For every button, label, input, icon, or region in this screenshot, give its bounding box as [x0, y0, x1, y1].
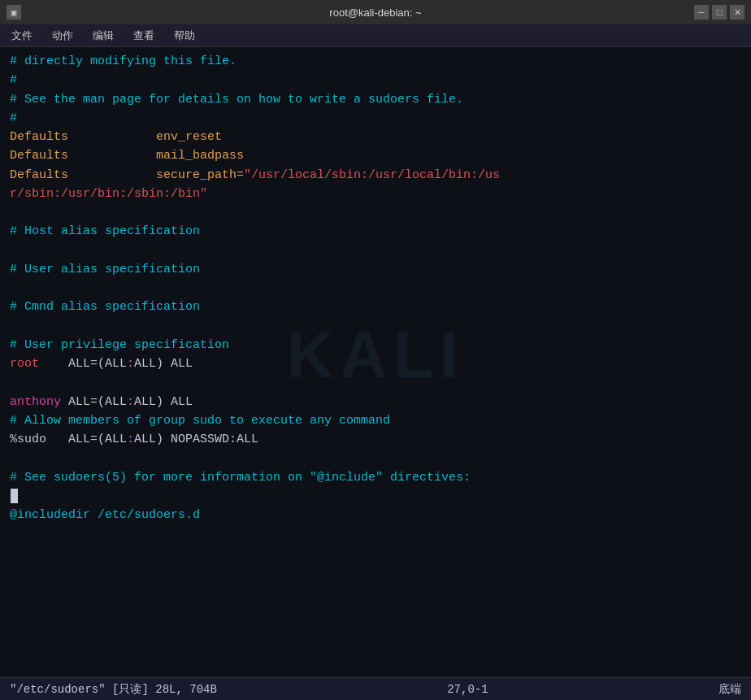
code-line-17: root ALL=(ALL:ALL) ALL: [10, 354, 741, 373]
menubar: 文件 动作 编辑 查看 帮助: [0, 24, 751, 47]
menu-view[interactable]: 查看: [128, 27, 159, 45]
code-line-8: r/sbin:/usr/bin:/sbin:/bin": [10, 185, 741, 203]
code-line-13: [10, 279, 741, 298]
code-line-9: [10, 203, 741, 222]
maximize-button[interactable]: □: [712, 5, 727, 20]
code-line-19: anthony ALL=(ALL:ALL) ALL: [10, 393, 741, 411]
code-line-1: # directly modifying this file.: [10, 52, 741, 71]
close-button[interactable]: ✕: [730, 5, 744, 20]
code-line-21: %sudo ALL=(ALL:ALL) NOPASSWD:ALL: [10, 430, 741, 449]
code-line-6: Defaults mail_badpass: [10, 146, 741, 165]
code-line-5: Defaults env_reset: [10, 128, 741, 146]
code-line-7: Defaults secure_path="/usr/local/sbin:/u…: [10, 166, 741, 185]
titlebar: ▣ root@kali-debian: ~ ─ □ ✕: [0, 0, 751, 24]
code-line-20: # Allow members of group sudo to execute…: [10, 411, 741, 430]
statusbar: "/etc/sudoers" [只读] 28L, 704B 27,0-1 底端: [0, 677, 751, 700]
code-line-18: [10, 373, 741, 392]
window-title: root@kali-debian: ~: [329, 7, 421, 19]
code-line-24: [10, 487, 741, 506]
code-line-3: # See the man page for details on how to…: [10, 90, 741, 109]
menu-edit[interactable]: 编辑: [88, 27, 119, 45]
code-line-15: [10, 317, 741, 336]
menu-file[interactable]: 文件: [7, 27, 37, 45]
menu-action[interactable]: 动作: [47, 27, 78, 45]
window-controls[interactable]: ─ □ ✕: [694, 5, 744, 20]
code-line-23: # See sudoers(5) for more information on…: [10, 468, 741, 487]
menu-help[interactable]: 帮助: [169, 27, 200, 45]
minimize-button[interactable]: ─: [694, 5, 709, 20]
statusbar-mode: 底端: [718, 682, 741, 697]
terminal-window: ▣ root@kali-debian: ~ ─ □ ✕ 文件 动作 编辑 查看 …: [0, 0, 751, 700]
code-line-25: @includedir /etc/sudoers.d: [10, 506, 741, 524]
code-line-11: [10, 241, 741, 260]
code-line-16: # User privilege specification: [10, 336, 741, 354]
terminal-content: KALI # directly modifying this file. # #…: [0, 47, 751, 677]
code-line-14: # Cmnd alias specification: [10, 298, 741, 316]
code-line-10: # Host alias specification: [10, 222, 741, 241]
cursor: [11, 489, 18, 503]
code-line-22: [10, 449, 741, 467]
statusbar-filename: "/etc/sudoers" [只读] 28L, 704B: [10, 682, 217, 697]
statusbar-position: 27,0-1: [447, 683, 488, 696]
code-line-12: # User alias specification: [10, 260, 741, 279]
code-line-4: #: [10, 109, 741, 128]
window-icon: ▣: [7, 5, 21, 20]
code-line-2: #: [10, 71, 741, 89]
